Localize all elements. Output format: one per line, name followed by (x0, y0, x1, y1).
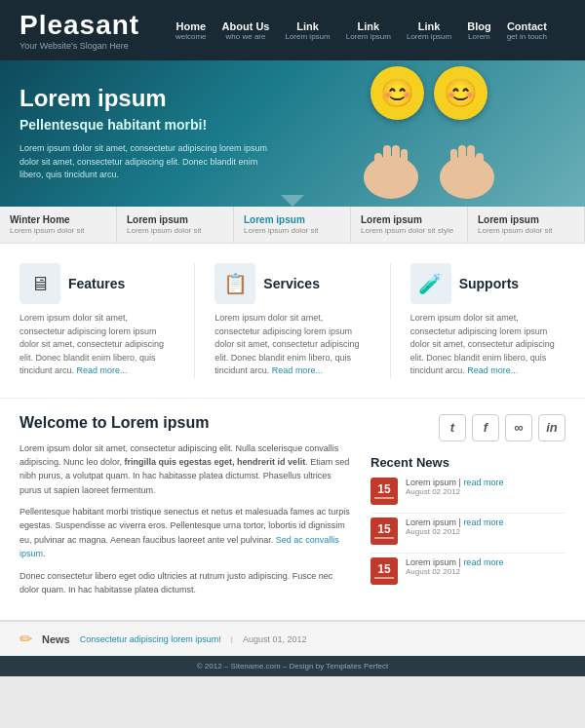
welcome-inline-link[interactable]: Sed ac convallis ipsum (20, 535, 339, 558)
news-calendar-0: 15 (370, 478, 398, 505)
feature-body-0: Lorem ipsum dolor sit amet, consectetur … (20, 312, 175, 378)
feature-readmore-1[interactable]: Read more... (272, 365, 323, 375)
recent-news-list: 15 Lorem ipsum | read more August 02 201… (370, 478, 566, 585)
feature-icon-2: 🧪 (410, 263, 451, 304)
welcome-paragraph-1: Pellentesque habitant morbi tristique se… (20, 505, 351, 561)
news-date-1: August 02 2012 (406, 527, 503, 536)
social-icons: tf∞in (370, 414, 566, 441)
news-day-0: 15 (377, 483, 390, 495)
news-cal-line-1 (374, 537, 394, 539)
feature-col-1: 📋 Services Lorem ipsum dolor sit amet, c… (214, 263, 370, 378)
svg-rect-7 (467, 145, 475, 178)
feature-col-2: 🧪 Supports Lorem ipsum dolor sit amet, c… (410, 263, 566, 378)
main-nav: HomewelcomeAbout Uswho we areLinkLorem i… (176, 20, 547, 41)
feature-divider (390, 263, 391, 378)
logo-slogan: Your Website's Slogan Here (20, 41, 176, 51)
nav-item-home[interactable]: Homewelcome (176, 20, 207, 41)
news-calendar-2: 15 (370, 557, 398, 585)
hero-section: Lorem ipsum Pellentesque habitant morbi!… (0, 60, 585, 207)
news-cal-line-2 (374, 577, 394, 579)
news-readmore-2[interactable]: read more (463, 557, 503, 567)
feature-divider (194, 263, 195, 378)
svg-rect-3 (392, 145, 400, 178)
nav-item-link[interactable]: LinkLorem ipsum (346, 20, 391, 41)
feature-title-1: Services (263, 276, 320, 291)
facebook-icon[interactable]: f (472, 414, 499, 441)
flickr-icon[interactable]: ∞ (505, 414, 532, 441)
feature-icon-0: 🖥 (20, 263, 60, 304)
tab-item-1[interactable]: Lorem ipsumLorem ipsum dolor sit (117, 207, 234, 243)
smiley-left: 😊 (370, 66, 424, 120)
footer-date: August 01, 2012 (243, 634, 307, 644)
news-item-0: 15 Lorem ipsum | read more August 02 201… (370, 478, 566, 505)
hero-text: Lorem ipsum Pellentesque habitant morbi!… (20, 85, 273, 181)
tab-item-2[interactable]: Lorem ipsumLorem ipsum dolor sit (234, 207, 351, 243)
tabs-bar: Winter HomeLorem ipsum dolor sitLorem ip… (0, 207, 585, 244)
feature-title-0: Features (68, 276, 125, 291)
hand-left-icon (357, 124, 425, 202)
hand-right-icon (433, 124, 501, 202)
nav-item-about-us[interactable]: About Uswho we are (222, 20, 270, 41)
hero-title: Lorem ipsum (20, 85, 273, 113)
copyright: © 2012 – Sitename.com – Design by Templa… (0, 656, 585, 676)
footer-separator: | (231, 634, 233, 643)
feature-header-0: 🖥 Features (20, 263, 175, 304)
svg-rect-6 (476, 153, 484, 180)
feature-header-1: 📋 Services (214, 263, 370, 304)
news-calendar-1: 15 (370, 517, 398, 545)
welcome-title: Welcome to Lorem ipsum (20, 414, 351, 432)
svg-rect-2 (383, 145, 391, 178)
bottom-section: Welcome to Lorem ipsum Lorem ipsum dolor… (0, 399, 585, 621)
hero-image: 😊 😊 (273, 60, 585, 207)
feature-icon-1: 📋 (214, 263, 255, 304)
svg-rect-1 (374, 153, 382, 180)
nav-item-link[interactable]: LinkLorem ipsum (407, 20, 451, 41)
hero-body: Lorem ipsum dolor sit amet, consectetur … (20, 142, 273, 182)
nav-item-link[interactable]: LinkLorem ipsum (285, 20, 330, 41)
feature-body-2: Lorem ipsum dolor sit amet, consectetur … (410, 312, 566, 378)
news-divider (370, 513, 566, 514)
nav-item-blog[interactable]: BlogLorem (467, 20, 490, 41)
news-cal-line-0 (374, 497, 394, 499)
linkedin-icon[interactable]: in (538, 414, 566, 441)
feature-readmore-0[interactable]: Read more... (77, 365, 128, 375)
news-label-2: Lorem ipsum | (406, 557, 461, 567)
feature-readmore-2[interactable]: Read more... (467, 365, 518, 375)
header: Pleasant Your Website's Slogan Here Home… (0, 0, 585, 60)
tab-item-0[interactable]: Winter HomeLorem ipsum dolor sit (0, 207, 117, 243)
news-day-1: 15 (377, 523, 390, 535)
recent-news-title: Recent News (370, 455, 566, 470)
feature-body-1: Lorem ipsum dolor sit amet, consectetur … (214, 312, 370, 378)
logo-title[interactable]: Pleasant (20, 10, 176, 41)
pencil-icon: ✏ (20, 630, 32, 648)
news-text-2: Lorem ipsum | read more August 02 2012 (406, 557, 503, 576)
welcome-column: Welcome to Lorem ipsum Lorem ipsum dolor… (20, 414, 351, 605)
news-divider (370, 553, 566, 554)
right-column: tf∞in Recent News 15 Lorem ipsum | read … (370, 414, 566, 605)
footer-link[interactable]: Consectetur adipiscing lorem ipsum! (80, 634, 221, 644)
news-date-0: August 02 2012 (406, 487, 503, 496)
welcome-paragraph-2: Donec consectetur libero eget odio ultri… (20, 569, 351, 597)
tab-item-3[interactable]: Lorem ipsumLorem ipsum dolor sit style (351, 207, 468, 243)
welcome-paragraph-0: Lorem ipsum dolor sit amet, consectetur … (20, 441, 351, 498)
feature-title-2: Supports (459, 276, 519, 291)
news-label-0: Lorem ipsum | (406, 478, 461, 487)
news-readmore-0[interactable]: read more (463, 478, 503, 487)
footer-news-label: News (42, 633, 70, 645)
news-day-2: 15 (377, 563, 390, 575)
news-item-1: 15 Lorem ipsum | read more August 02 201… (370, 517, 566, 545)
svg-rect-9 (450, 149, 457, 178)
nav-item-contact[interactable]: Contactget in touch (507, 20, 547, 41)
news-readmore-1[interactable]: read more (463, 517, 503, 527)
smiley-right: 😊 (434, 66, 488, 120)
news-date-2: August 02 2012 (406, 567, 503, 576)
news-text-1: Lorem ipsum | read more August 02 2012 (406, 517, 503, 536)
news-item-2: 15 Lorem ipsum | read more August 02 201… (370, 557, 566, 585)
tab-item-4[interactable]: Lorem ipsumLorem ipsum dolor sit (468, 207, 585, 243)
feature-col-0: 🖥 Features Lorem ipsum dolor sit amet, c… (20, 263, 175, 378)
features-section: 🖥 Features Lorem ipsum dolor sit amet, c… (0, 244, 585, 399)
news-text-0: Lorem ipsum | read more August 02 2012 (406, 478, 503, 496)
twitter-icon[interactable]: t (439, 414, 466, 441)
hero-arrow (281, 195, 304, 207)
news-label-1: Lorem ipsum | (406, 517, 461, 527)
